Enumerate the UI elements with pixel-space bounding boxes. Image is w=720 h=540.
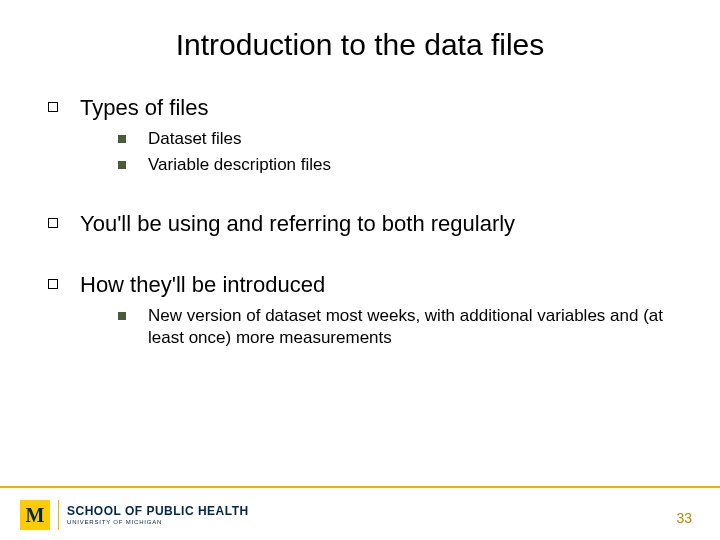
filled-square-icon: [118, 161, 126, 169]
filled-square-icon: [118, 135, 126, 143]
bullet-level2: Variable description files: [118, 154, 672, 176]
block-m-icon: M: [20, 500, 50, 530]
sublist: Dataset files Variable description files: [118, 128, 672, 176]
bullet-level2: New version of dataset most weeks, with …: [118, 305, 672, 349]
bullet-text: You'll be using and referring to both re…: [80, 210, 515, 238]
bullet-text: Variable description files: [148, 154, 331, 176]
sublist: New version of dataset most weeks, with …: [118, 305, 672, 349]
logo-divider: [58, 500, 59, 530]
umich-sph-logo: M SCHOOL OF PUBLIC HEALTH UNIVERSITY OF …: [20, 500, 249, 530]
bullet-level1: You'll be using and referring to both re…: [48, 210, 672, 238]
hollow-square-icon: [48, 102, 58, 112]
bullet-level1: How they'll be introduced: [48, 271, 672, 299]
slide-footer: M SCHOOL OF PUBLIC HEALTH UNIVERSITY OF …: [0, 486, 720, 540]
bullet-text: How they'll be introduced: [80, 271, 325, 299]
page-number: 33: [676, 510, 692, 526]
bullet-level1: Types of files: [48, 94, 672, 122]
logo-text: SCHOOL OF PUBLIC HEALTH UNIVERSITY OF MI…: [67, 505, 249, 525]
hollow-square-icon: [48, 218, 58, 228]
slide-content: Types of files Dataset files Variable de…: [0, 94, 720, 349]
bullet-text: New version of dataset most weeks, with …: [148, 305, 672, 349]
hollow-square-icon: [48, 279, 58, 289]
logo-line2: UNIVERSITY OF MICHIGAN: [67, 519, 249, 525]
slide-title: Introduction to the data files: [0, 0, 720, 80]
bullet-text: Dataset files: [148, 128, 242, 150]
bullet-text: Types of files: [80, 94, 208, 122]
slide: Introduction to the data files Types of …: [0, 0, 720, 540]
logo-line1: SCHOOL OF PUBLIC HEALTH: [67, 505, 249, 517]
filled-square-icon: [118, 312, 126, 320]
bullet-level2: Dataset files: [118, 128, 672, 150]
